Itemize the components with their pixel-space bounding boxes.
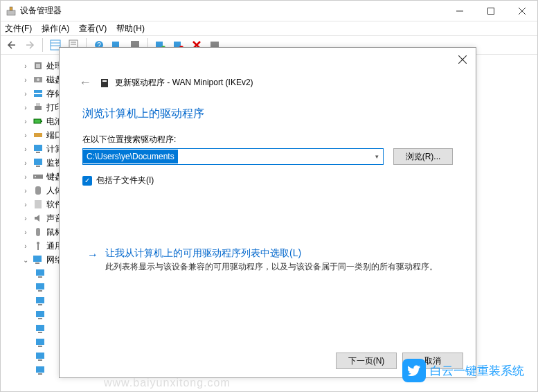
network-adapter-icon [35,337,46,348]
svg-rect-30 [36,103,40,106]
expand-icon[interactable]: › [21,132,30,139]
path-value: C:\Users\ye\Documents [83,150,178,163]
svg-rect-27 [34,90,42,93]
svg-rect-60 [38,359,42,361]
svg-rect-51 [36,297,44,303]
svg-rect-17 [156,42,163,47]
chevron-down-icon[interactable]: ▾ [370,153,383,160]
svg-rect-62 [38,373,42,375]
svg-rect-31 [34,119,41,123]
app-icon [6,6,16,16]
search-path-label: 在以下位置搜索驱动程序: [82,134,453,145]
menubar: 文件(F) 操作(A) 查看(V) 帮助(H) [1,21,537,35]
menu-help[interactable]: 帮助(H) [116,23,145,35]
link-title: 让我从计算机上的可用驱动程序列表中选取(L) [105,247,438,260]
storage-icon [33,88,44,99]
expand-icon[interactable]: › [21,201,30,208]
svg-rect-29 [35,106,42,110]
svg-rect-24 [36,64,40,68]
network-adapter-icon [33,254,44,265]
expand-icon[interactable]: › [21,90,30,98]
sound-icon [33,213,44,224]
mouse-icon [33,226,44,238]
link-description: 此列表将显示与该设备兼容的可用驱动程序，以及与该设备属于同一类别的所有驱动程序。 [105,261,438,273]
svg-rect-57 [36,339,44,345]
forward-icon[interactable] [21,37,38,53]
maximize-button[interactable] [475,1,506,21]
cpu-icon [33,60,44,71]
computer-icon [33,143,44,154]
expand-icon[interactable]: › [21,145,30,153]
svg-rect-56 [38,332,42,333]
svg-rect-32 [41,121,42,122]
usb-icon [33,240,44,251]
svg-rect-28 [34,94,42,97]
collapse-icon[interactable]: ⌄ [21,256,30,264]
svg-rect-39 [35,176,36,177]
menu-action[interactable]: 操作(A) [42,23,69,35]
svg-rect-14 [112,42,119,47]
svg-rect-1 [10,7,12,10]
svg-rect-41 [35,200,42,208]
svg-rect-61 [36,366,44,373]
browse-button[interactable]: 浏览(R)... [393,148,453,165]
svg-rect-49 [36,283,44,289]
expand-icon[interactable]: › [21,62,30,70]
back-arrow-icon[interactable]: ← [79,75,91,90]
network-adapter-icon [35,310,46,321]
menu-file[interactable]: 文件(F) [5,23,32,35]
dialog-header: ← 更新驱动程序 - WAN Miniport (IKEv2) [79,75,476,90]
svg-rect-0 [7,10,15,15]
menu-view[interactable]: 查看(V) [79,23,107,35]
svg-rect-35 [36,152,40,153]
expand-icon[interactable]: › [21,173,30,181]
watermark: www.baiyunxitong.com [104,377,231,389]
svg-rect-48 [38,276,42,278]
titlebar: 设备管理器 [1,1,537,21]
expand-icon[interactable]: › [21,187,30,195]
svg-rect-58 [38,346,42,347]
svg-rect-37 [36,166,40,167]
checkbox-label: 包括子文件夹(I) [96,175,154,186]
next-button[interactable]: 下一页(N) [336,353,397,369]
svg-rect-59 [36,353,44,359]
search-form: 在以下位置搜索驱动程序: C:\Users\ye\Documents ▾ 浏览(… [82,134,453,186]
driver-icon [100,78,109,88]
arrow-right-icon: → [87,249,98,273]
minimize-button[interactable] [444,1,475,21]
section-title: 浏览计算机上的驱动程序 [82,107,476,121]
path-combobox[interactable]: C:\Users\ye\Documents ▾ [82,148,384,165]
svg-rect-34 [34,145,42,151]
svg-rect-3 [487,8,494,14]
expand-icon[interactable]: › [21,242,30,250]
network-adapter-icon [35,268,46,279]
expand-icon[interactable]: › [21,215,30,222]
svg-rect-55 [36,325,44,331]
expand-icon[interactable]: › [21,118,30,125]
logo-bird-icon [402,359,426,382]
battery-icon [33,116,44,127]
expand-icon[interactable]: › [21,229,30,236]
svg-rect-54 [38,318,42,319]
network-adapter-icon [35,296,46,307]
svg-rect-19 [174,42,181,47]
svg-rect-47 [36,269,44,276]
dialog-title: 更新驱动程序 - WAN Miniport (IKEv2) [100,77,253,89]
dialog-close-button[interactable] [458,55,467,64]
back-icon[interactable] [3,37,20,53]
expand-icon[interactable]: › [21,76,30,84]
printer-icon [33,102,44,113]
network-adapter-icon [35,323,46,335]
brand-text: 白云一键重装系统 [430,363,524,379]
svg-rect-36 [34,159,42,165]
close-button[interactable] [506,1,537,21]
pick-from-list-link[interactable]: → 让我从计算机上的可用驱动程序列表中选取(L) 此列表将显示与该设备兼容的可用… [87,247,453,273]
svg-rect-42 [36,228,40,236]
include-subfolders-checkbox[interactable]: ✓ 包括子文件夹(I) [82,175,453,186]
window-title: 设备管理器 [20,5,62,17]
toolbar-separator [42,38,43,52]
disk-icon [33,74,44,85]
expand-icon[interactable]: › [21,159,30,167]
expand-icon[interactable]: › [21,104,30,112]
svg-rect-46 [35,262,39,264]
